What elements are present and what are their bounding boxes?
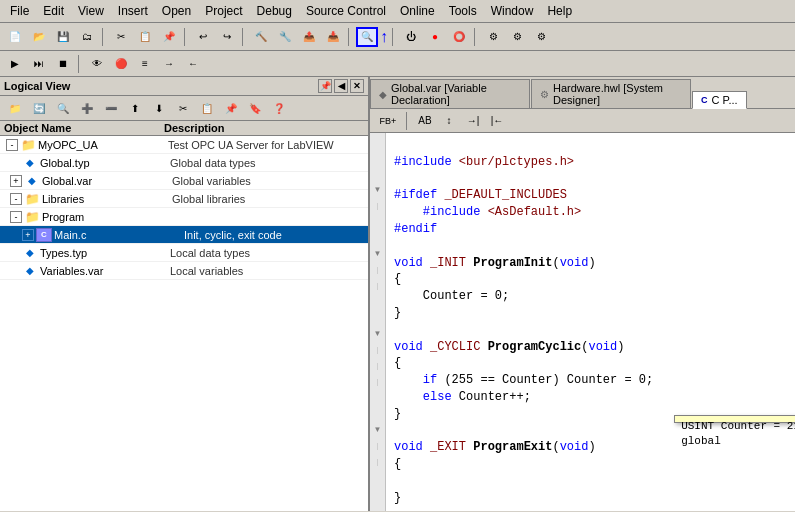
paste-button[interactable]: 📌 xyxy=(158,27,180,47)
menu-file[interactable]: File xyxy=(4,2,35,20)
code-line-9: { xyxy=(394,271,787,288)
open-button[interactable]: 📂 xyxy=(28,27,50,47)
menu-online[interactable]: Online xyxy=(394,2,441,20)
tree-row-program[interactable]: - 📁 Program xyxy=(0,208,368,226)
tree-btn10[interactable]: 📌 xyxy=(220,98,242,118)
indent-btn[interactable]: → xyxy=(158,54,180,74)
new-button[interactable]: 📄 xyxy=(4,27,26,47)
collapse-arrow-4[interactable]: ▼ xyxy=(374,185,382,194)
menu-debug[interactable]: Debug xyxy=(251,2,298,20)
copy-button[interactable]: 📋 xyxy=(134,27,156,47)
tree-btn4[interactable]: ➕ xyxy=(76,98,98,118)
code-line-8: void _INIT ProgramInit(void) xyxy=(394,255,787,272)
connect-button[interactable]: ● xyxy=(424,27,446,47)
gear-button2[interactable]: ⚙ xyxy=(506,27,528,47)
menu-edit[interactable]: Edit xyxy=(37,2,70,20)
format-btn[interactable]: ≡ xyxy=(134,54,156,74)
disconnect-button[interactable]: ⭕ xyxy=(448,27,470,47)
expand-libraries[interactable]: - xyxy=(10,193,22,205)
transfer-all-button[interactable]: 📥 xyxy=(322,27,344,47)
tree-btn2[interactable]: 🔄 xyxy=(28,98,50,118)
editor-btn1[interactable]: FB+ xyxy=(374,111,402,131)
panel-arrow-button[interactable]: ◀ xyxy=(334,79,348,93)
tab-globalvar[interactable]: ◆ Global.var [Variable Declaration] xyxy=(370,79,530,108)
menu-insert[interactable]: Insert xyxy=(112,2,154,20)
tree-btn7[interactable]: ⬇ xyxy=(148,98,170,118)
gutter-line-12 xyxy=(370,309,385,325)
code-area[interactable]: #include <bur/plctypes.h> #ifdef _DEFAUL… xyxy=(386,133,795,511)
redo-button[interactable]: ↪ xyxy=(216,27,238,47)
code-line-20: { xyxy=(394,456,787,473)
outdent-btn[interactable]: ← xyxy=(182,54,204,74)
menu-source-control[interactable]: Source Control xyxy=(300,2,392,20)
tree-row-variablesvar[interactable]: ◆ Variables.var Local variables xyxy=(0,262,368,280)
expand-mainc[interactable]: + xyxy=(22,229,34,241)
tree-label-myopc: MyOPC_UA xyxy=(38,139,168,151)
code-line-7 xyxy=(394,238,787,255)
breakpoint-btn[interactable]: 🔴 xyxy=(110,54,132,74)
menu-tools[interactable]: Tools xyxy=(443,2,483,20)
cut-button[interactable]: ✂ xyxy=(110,27,132,47)
tree-row-globalvar[interactable]: + ◆ Global.var Global variables xyxy=(0,172,368,190)
expand-myopc[interactable]: - xyxy=(6,139,18,151)
gutter-line-14: | xyxy=(370,341,385,357)
power-button[interactable]: ⏻ xyxy=(400,27,422,47)
tree-btn9[interactable]: 📋 xyxy=(196,98,218,118)
tree-btn8[interactable]: ✂ xyxy=(172,98,194,118)
menu-view[interactable]: View xyxy=(72,2,110,20)
tree-label-program: Program xyxy=(42,211,172,223)
tree-row-mainc[interactable]: + C Main.c Init, cyclic, exit code xyxy=(0,226,368,244)
tree-btn3[interactable]: 🔍 xyxy=(52,98,74,118)
panel-pin-button[interactable]: 📌 xyxy=(318,79,332,93)
tree-btn11[interactable]: 🔖 xyxy=(244,98,266,118)
collapse-arrow-8[interactable]: ▼ xyxy=(374,249,382,258)
tree-btn5[interactable]: ➖ xyxy=(100,98,122,118)
gutter-line-6 xyxy=(370,213,385,229)
build-button[interactable]: 🔨 xyxy=(250,27,272,47)
collapse-arrow-13[interactable]: ▼ xyxy=(374,329,382,338)
code-line-16: else Counter++; xyxy=(394,389,787,406)
tree-btn12[interactable]: ❓ xyxy=(268,98,290,118)
save-button[interactable]: 💾 xyxy=(52,27,74,47)
code-editor-panel: ◆ Global.var [Variable Declaration] ⚙ Ha… xyxy=(370,77,795,511)
undo-button[interactable]: ↩ xyxy=(192,27,214,47)
gear-button3[interactable]: ⚙ xyxy=(530,27,552,47)
collapse-arrow-19[interactable]: ▼ xyxy=(374,425,382,434)
gutter-line-4: ▼ xyxy=(370,181,385,197)
menu-bar: File Edit View Insert Open Project Debug… xyxy=(0,0,795,23)
save-all-button[interactable]: 🗂 xyxy=(76,27,98,47)
tab-hardware[interactable]: ⚙ Hardware.hwl [System Designer] xyxy=(531,79,691,108)
rebuild-button[interactable]: 🔧 xyxy=(274,27,296,47)
debug-stop[interactable]: ⏹ xyxy=(52,54,74,74)
menu-open[interactable]: Open xyxy=(156,2,197,20)
editor-btn4[interactable]: →| xyxy=(462,111,484,131)
gutter-line-9: | xyxy=(370,261,385,277)
debug-step[interactable]: ⏭ xyxy=(28,54,50,74)
debug-play[interactable]: ▶ xyxy=(4,54,26,74)
tree-btn6[interactable]: ⬆ xyxy=(124,98,146,118)
tree-desc-typestyp: Local data types xyxy=(170,247,366,259)
tree-row-typestyp[interactable]: ◆ Types.typ Local data types xyxy=(0,244,368,262)
gutter-line-22 xyxy=(370,469,385,485)
menu-project[interactable]: Project xyxy=(199,2,248,20)
tree-btn1[interactable]: 📁 xyxy=(4,98,26,118)
tab-mainc[interactable]: C C P... xyxy=(692,91,747,109)
expand-globalvar[interactable]: + xyxy=(10,175,22,187)
tree-row-globaltyp[interactable]: ◆ Global.typ Global data types xyxy=(0,154,368,172)
expand-program[interactable]: - xyxy=(10,211,22,223)
editor-btn3[interactable]: ↕ xyxy=(438,111,460,131)
editor-btn2[interactable]: AB xyxy=(414,111,436,131)
tree-row-libraries[interactable]: - 📁 Libraries Global libraries xyxy=(0,190,368,208)
menu-help[interactable]: Help xyxy=(541,2,578,20)
panel-close-button[interactable]: ✕ xyxy=(350,79,364,93)
find-button[interactable]: 🔍 xyxy=(356,27,378,47)
gear-button1[interactable]: ⚙ xyxy=(482,27,504,47)
code-line-14: { xyxy=(394,355,787,372)
gutter-line-3 xyxy=(370,165,385,181)
editor-btn5[interactable]: |← xyxy=(486,111,508,131)
menu-window[interactable]: Window xyxy=(485,2,540,20)
tree-label-variablesvar: Variables.var xyxy=(40,265,170,277)
transfer-button[interactable]: 📤 xyxy=(298,27,320,47)
tree-row-myopc[interactable]: - 📁 MyOPC_UA Test OPC UA Server for LabV… xyxy=(0,136,368,154)
watch-btn[interactable]: 👁 xyxy=(86,54,108,74)
